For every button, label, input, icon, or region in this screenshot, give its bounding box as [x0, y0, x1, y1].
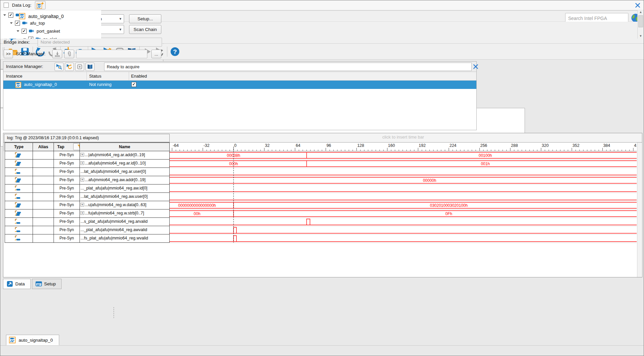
signal-row[interactable]: Pre-Syn...fs_plat_afu|afu|mmio64_reg.wva…: [3, 234, 170, 243]
column-enabled[interactable]: Enabled: [131, 74, 147, 79]
signal-bus-icon: [14, 202, 22, 209]
column-status[interactable]: Status: [89, 74, 101, 79]
timebar-hint[interactable]: click to insert time bar: [170, 135, 637, 140]
expander-icon[interactable]: +: [80, 203, 84, 206]
im-autorun-button[interactable]: [65, 63, 74, 71]
signal-type-cell: [5, 193, 33, 201]
signal-alias-cell[interactable]: [33, 226, 54, 234]
scroll-up-icon[interactable]: ▲: [638, 10, 643, 14]
wave-vertical-scrollbar[interactable]: [637, 143, 641, 277]
signal-name-cell[interactable]: ..._plat_afu|afu|mmio64_reg.awvalid: [80, 226, 170, 234]
instance-window-tab[interactable]: auto_signaltap_0: [6, 335, 59, 345]
bridge-index-field: None detected: [38, 38, 162, 47]
tab-data[interactable]: Data: [3, 279, 31, 289]
tree-checkbox[interactable]: ✓: [22, 29, 27, 34]
signal-row[interactable]: Pre-Syn...s_plat_afu|afu|mmio64_reg.arva…: [3, 218, 170, 226]
signal-name-cell[interactable]: +...|afu|mmio64_reg.ar.addr[0..19]: [80, 151, 170, 160]
signal-row[interactable]: Pre-Syn..._plat_afu|afu|mmio64_reg.awval…: [3, 226, 170, 234]
data-log-close-icon[interactable]: [635, 3, 640, 8]
signal-alias-cell[interactable]: [33, 234, 54, 243]
signal-alias-cell[interactable]: [33, 184, 54, 193]
column-name[interactable]: Name: [80, 143, 170, 151]
caret-down-icon[interactable]: [16, 29, 20, 33]
data-log-item[interactable]: auto_signaltap_0: [19, 13, 64, 19]
instance-enabled-checkbox[interactable]: ✓: [131, 82, 136, 87]
signal-row[interactable]: Pre-Syn+...u|afu|mmio64_reg.w.data[0..63…: [3, 201, 170, 209]
signal-name-cell[interactable]: +...u|afu|mmio64_reg.w.data[0..63]: [80, 201, 170, 209]
signal-row[interactable]: Pre-Syn+...afu|mmio64_reg.aw.addr[0..19]: [3, 176, 170, 184]
expander-icon[interactable]: +: [80, 178, 84, 181]
signal-name-cell[interactable]: ...lat_afu|afu|mmio64_reg.ar.user[0]: [80, 168, 170, 176]
scroll-down-icon[interactable]: ▼: [638, 34, 643, 38]
expander-icon[interactable]: +: [80, 211, 84, 215]
tab-label: Setup: [44, 281, 56, 286]
help-button[interactable]: [169, 46, 181, 58]
instance-row[interactable]: auto_signaltap_0 Not running ✓: [3, 81, 476, 89]
download-icon: [54, 51, 61, 57]
data-log-add-button[interactable]: [35, 1, 46, 9]
waveform-canvas[interactable]: -64-320326496128160192224256288320352384…: [170, 143, 637, 277]
signal-name-cell[interactable]: ..._plat_afu|afu|mmio64_reg.aw.id[0]: [80, 184, 170, 193]
hierarchy-scrollbar[interactable]: ▲ ▼: [637, 9, 644, 39]
attach-sof-button[interactable]: [64, 50, 74, 58]
signal-alias-cell[interactable]: [33, 209, 54, 218]
tree-item-pr_slot[interactable]: ✓pr_slot: [23, 35, 57, 39]
program-device-button[interactable]: [52, 50, 62, 58]
instance-manager-close-icon[interactable]: [473, 64, 478, 69]
toolbar-separator: [167, 47, 167, 57]
im-run-analysis-button[interactable]: [55, 63, 64, 71]
expander-icon[interactable]: +: [80, 161, 84, 165]
signal-alias-cell[interactable]: [33, 151, 54, 160]
signal-name-cell[interactable]: +...afu|afu|mmio64_reg.ar.id[0..10]: [80, 160, 170, 168]
signal-row[interactable]: Pre-Syn...lat_afu|afu|mmio64_reg.aw.user…: [3, 193, 170, 201]
expand-sof-button[interactable]: >>: [4, 50, 13, 58]
signal-row[interactable]: Pre-Syn+...|afu|mmio64_reg.ar.addr[0..19…: [3, 151, 170, 160]
expander-icon[interactable]: +: [80, 153, 84, 157]
acquisition-status-field: Ready to acquire: [104, 63, 472, 71]
bottom-tabline: [0, 345, 644, 346]
tree-checkbox[interactable]: ✓: [28, 37, 33, 39]
column-divider: [129, 72, 129, 81]
column-type[interactable]: Type: [5, 143, 33, 151]
signal-name: ...lat_afu|afu|mmio64_reg.aw.user[0]: [80, 194, 148, 199]
im-compare-button[interactable]: [85, 63, 94, 71]
sof-file-field[interactable]: [76, 50, 147, 58]
scroll-thumb[interactable]: [638, 15, 643, 27]
signal-row[interactable]: Pre-Syn...lat_afu|afu|mmio64_reg.ar.user…: [3, 168, 170, 176]
svg-text:384: 384: [603, 143, 610, 148]
tree-checkbox[interactable]: ✓: [15, 21, 20, 26]
tree-item-afu_top[interactable]: ✓afu_top: [10, 19, 45, 27]
column-instance[interactable]: Instance: [6, 74, 22, 79]
tree-item-port_gasket[interactable]: ✓port_gasket: [16, 27, 60, 35]
panel-splitter[interactable]: [111, 293, 116, 332]
column-alias[interactable]: Alias: [33, 143, 54, 151]
signal-alias-cell[interactable]: [33, 201, 54, 209]
signal-alias-cell[interactable]: [33, 218, 54, 226]
setup-button[interactable]: Setup...: [129, 14, 161, 23]
caret-down-icon[interactable]: [10, 21, 13, 25]
signal-row[interactable]: Pre-Syn..._plat_afu|afu|mmio64_reg.aw.id…: [3, 184, 170, 193]
im-stop-button[interactable]: [75, 63, 84, 71]
tab-label: Data: [15, 281, 25, 286]
signal-name-cell[interactable]: ...fs_plat_afu|afu|mmio64_reg.wvalid: [80, 234, 170, 243]
signal-tap-cell: Pre-Syn: [54, 201, 80, 209]
svg-text:-32: -32: [204, 143, 210, 148]
signal-alias-cell[interactable]: [33, 168, 54, 176]
signal-alias-cell[interactable]: [33, 193, 54, 201]
signal-name: ...afu|mmio64_reg.aw.addr[0..19]: [85, 178, 146, 182]
signal-name-cell[interactable]: +...fu|afu|mmio64_reg.w.strb[0..7]: [80, 209, 170, 218]
browse-sof-button[interactable]: ...: [151, 50, 161, 58]
signal-name-cell[interactable]: ...s_plat_afu|afu|mmio64_reg.arvalid: [80, 218, 170, 226]
signal-row[interactable]: Pre-Syn+...afu|afu|mmio64_reg.ar.id[0..1…: [3, 160, 170, 168]
tab-setup[interactable]: Setup: [32, 279, 62, 289]
scan-chain-button[interactable]: Scan Chain: [129, 25, 161, 34]
signal-name-cell[interactable]: +...afu|mmio64_reg.aw.addr[0..19]: [80, 176, 170, 184]
signal-alias-cell[interactable]: [33, 176, 54, 184]
signal-alias-cell[interactable]: [33, 160, 54, 168]
signal-name-cell[interactable]: ...lat_afu|afu|mmio64_reg.aw.user[0]: [80, 193, 170, 201]
caret-down-icon[interactable]: [3, 13, 6, 17]
signal-row[interactable]: Pre-Syn+...fu|afu|mmio64_reg.w.strb[0..7…: [3, 209, 170, 218]
tree-checkbox[interactable]: ✓: [8, 13, 13, 18]
caret-down-icon[interactable]: [23, 37, 26, 39]
data-log-checkbox[interactable]: [4, 3, 9, 8]
